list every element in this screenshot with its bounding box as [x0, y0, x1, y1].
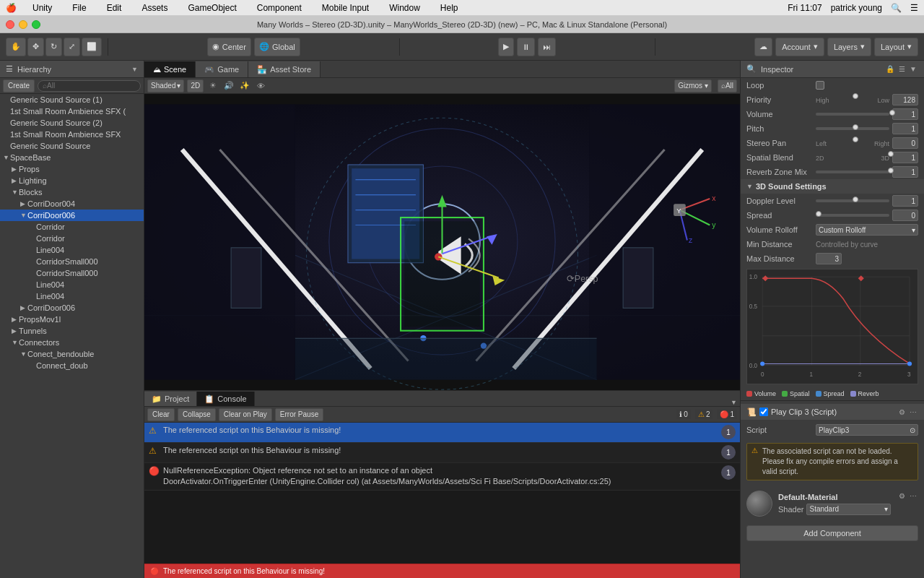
scene-view[interactable]: ⟳Persp x y z Y: [144, 94, 740, 390]
console-message[interactable]: ⚠ The referenced script on this Behaviou…: [144, 423, 740, 443]
maximize-button[interactable]: [32, 20, 40, 29]
loop-checkbox[interactable]: [816, 81, 824, 90]
menu-item-edit[interactable]: Edit: [103, 3, 126, 13]
pitch-slider[interactable]: [816, 127, 889, 130]
script-enabled-checkbox[interactable]: [759, 407, 768, 416]
spread-value[interactable]: 0: [892, 210, 918, 221]
reverb-slider[interactable]: [816, 171, 889, 173]
hierarchy-collapse[interactable]: ▼: [131, 66, 138, 73]
hierarchy-item[interactable]: Line004: [0, 290, 144, 302]
collapse-button[interactable]: Collapse: [178, 408, 216, 421]
tab-project[interactable]: 📁 Project: [144, 392, 197, 406]
tab-scene[interactable]: ⛰ Scene: [144, 61, 196, 77]
menu-item-unity[interactable]: Unity: [28, 3, 56, 13]
layers-dropdown[interactable]: Layers ▾: [827, 38, 871, 56]
hierarchy-search[interactable]: [38, 80, 141, 92]
expand-arrow[interactable]: ▶: [20, 304, 27, 311]
hierarchy-item[interactable]: ▶Tunnels: [0, 325, 144, 337]
menu-item-assets[interactable]: Assets: [137, 3, 172, 13]
menu-item-gameobject[interactable]: GameObject: [183, 3, 240, 13]
shading-dropdown[interactable]: Shaded ▾: [147, 79, 184, 92]
global-button[interactable]: 🌐 Global: [254, 38, 300, 56]
menu-item-mobile[interactable]: Mobile Input: [318, 3, 373, 13]
cloud-button[interactable]: ☁: [754, 38, 772, 56]
console-message[interactable]: ⚠ The referenced script on this Behaviou…: [144, 443, 740, 463]
clear-button[interactable]: Clear: [147, 408, 175, 421]
hierarchy-item[interactable]: Corridor: [0, 233, 144, 244]
layout-dropdown[interactable]: Layout ▾: [874, 38, 918, 56]
menu-item-file[interactable]: File: [68, 3, 90, 13]
hand-tool[interactable]: ✋: [6, 38, 26, 56]
menu-list-icon[interactable]: ☰: [910, 3, 918, 13]
material-settings[interactable]: ⚙: [897, 491, 907, 501]
pause-button[interactable]: ⏸: [517, 38, 535, 56]
menu-item-help[interactable]: Help: [436, 3, 463, 13]
effects-toggle[interactable]: ✨: [238, 79, 251, 92]
hierarchy-item[interactable]: Generic Sound Source: [0, 140, 144, 152]
hidden-toggle[interactable]: 👁: [254, 79, 267, 92]
shader-dropdown[interactable]: Standard ▾: [806, 504, 891, 515]
max-distance-value[interactable]: 3: [816, 253, 842, 264]
script-more[interactable]: ⋯: [908, 407, 918, 417]
account-dropdown[interactable]: Account ▾: [775, 38, 824, 56]
spatial-value[interactable]: 1: [892, 152, 918, 163]
inspector-menu[interactable]: ☰: [897, 64, 907, 74]
light-toggle[interactable]: ☀: [206, 79, 219, 92]
close-button[interactable]: [6, 20, 14, 29]
scene-search[interactable]: ⌕All: [718, 79, 737, 92]
volume-value[interactable]: 1: [892, 108, 918, 120]
hierarchy-item[interactable]: ▼Blocks: [0, 186, 144, 198]
apple-menu[interactable]: 🍎: [6, 3, 17, 13]
expand-arrow[interactable]: ▼: [20, 212, 27, 219]
step-button[interactable]: ⏭: [538, 38, 556, 56]
tab-game[interactable]: 🎮 Game: [196, 61, 248, 77]
expand-arrow[interactable]: ▼: [12, 189, 19, 196]
error-pause-button[interactable]: Error Pause: [275, 408, 323, 421]
rotate-tool[interactable]: ↻: [45, 38, 62, 56]
console-collapse[interactable]: ▼: [731, 399, 740, 406]
material-more[interactable]: ⋯: [908, 491, 918, 501]
audio-toggle[interactable]: 🔊: [222, 79, 235, 92]
hierarchy-item[interactable]: ▼Connectors: [0, 337, 144, 348]
priority-value[interactable]: 128: [892, 94, 918, 105]
console-message[interactable]: 🔴 NullReferenceException: Object referen…: [144, 463, 740, 491]
hierarchy-item[interactable]: ▶CorriDoor006: [0, 302, 144, 314]
3d-sound-section[interactable]: ▼ 3D Sound Settings: [741, 179, 924, 194]
script-value-field[interactable]: PlayClip3 ⊙: [816, 424, 918, 436]
hierarchy-item[interactable]: 1st Small Room Ambience SFX: [0, 129, 144, 140]
stereo-value[interactable]: 0: [892, 137, 918, 149]
hierarchy-item[interactable]: Generic Sound Source (2): [0, 117, 144, 129]
hierarchy-item[interactable]: Generic Sound Source (1): [0, 94, 144, 105]
reverb-value[interactable]: 1: [892, 166, 918, 178]
expand-arrow[interactable]: ▶: [12, 316, 19, 323]
hierarchy-item[interactable]: ▼SpaceBase: [0, 152, 144, 163]
hierarchy-item[interactable]: CorridorSmall000: [0, 256, 144, 267]
rect-tool[interactable]: ⬜: [82, 38, 102, 56]
expand-arrow[interactable]: ▶: [12, 165, 19, 173]
hierarchy-item[interactable]: ▶Props: [0, 163, 144, 175]
add-component-button[interactable]: Add Component: [746, 525, 918, 541]
rolloff-dropdown[interactable]: Custom Rolloff ▾: [816, 224, 918, 236]
hierarchy-item[interactable]: ▶PropsMov1l: [0, 314, 144, 325]
move-tool[interactable]: ✥: [27, 38, 44, 56]
hierarchy-item[interactable]: Line004: [0, 279, 144, 290]
2d-button[interactable]: 2D: [187, 79, 204, 92]
inspector-lock[interactable]: 🔒: [885, 64, 895, 74]
clear-on-play-button[interactable]: Clear on Play: [219, 408, 272, 421]
inspector-collapse[interactable]: ▼: [908, 64, 918, 74]
search-icon[interactable]: 🔍: [891, 3, 902, 13]
expand-arrow[interactable]: ▶: [20, 200, 27, 207]
expand-arrow[interactable]: ▼: [12, 339, 19, 346]
hierarchy-item[interactable]: 1st Small Room Ambience SFX (: [0, 105, 144, 117]
menu-item-window[interactable]: Window: [385, 3, 424, 13]
hierarchy-item[interactable]: Corridor: [0, 221, 144, 233]
hierarchy-item[interactable]: ▼CorriDoor006: [0, 210, 144, 221]
doppler-slider[interactable]: [816, 199, 889, 202]
hierarchy-item[interactable]: Line004: [0, 244, 144, 256]
volume-slider[interactable]: [816, 113, 889, 116]
gizmos-button[interactable]: Gizmos ▾: [674, 79, 712, 92]
center-button[interactable]: ◉ Center: [207, 38, 251, 56]
hierarchy-item[interactable]: Connect_doub: [0, 360, 144, 371]
tab-asset-store[interactable]: 🏪 Asset Store: [248, 61, 321, 77]
tab-console[interactable]: 📋 Console: [197, 392, 254, 406]
